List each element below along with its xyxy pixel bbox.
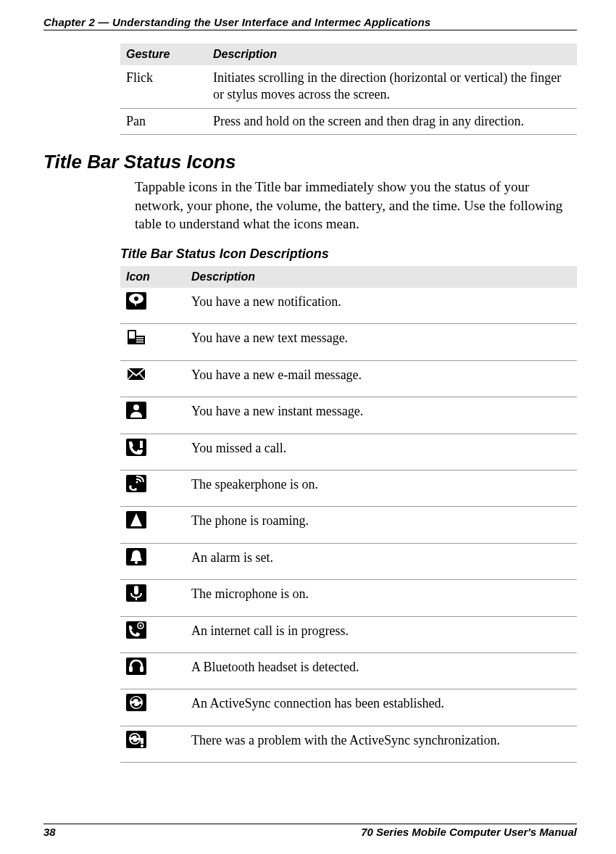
icon-desc: You missed a call. xyxy=(186,434,577,470)
svg-rect-29 xyxy=(140,666,143,672)
icon-header-col1: Icon xyxy=(120,266,186,288)
table-row: The speakerphone is on. xyxy=(120,470,577,507)
svg-rect-14 xyxy=(140,441,143,448)
page-number: 38 xyxy=(43,826,56,838)
bluetooth-headset-icon xyxy=(120,653,186,689)
table-row: The phone is roaming. xyxy=(120,507,577,543)
table-row: You have a new text message. xyxy=(120,324,577,360)
svg-point-3 xyxy=(134,297,138,301)
icon-desc: The microphone is on. xyxy=(186,580,577,616)
svg-point-12 xyxy=(133,405,139,410)
svg-point-21 xyxy=(135,561,138,564)
notification-icon xyxy=(120,288,186,324)
table-row: An internet call is in progress. xyxy=(120,616,577,652)
svg-point-39 xyxy=(141,745,143,747)
table-row: You have a new instant message. xyxy=(120,397,577,434)
microphone-icon xyxy=(120,580,186,616)
table-row: Pan Press and hold on the screen and the… xyxy=(120,108,577,134)
internet-call-icon xyxy=(120,616,186,652)
icon-table: Icon Description You have a new notifica… xyxy=(120,266,577,763)
activesync-error-icon xyxy=(120,726,186,762)
svg-rect-7 xyxy=(136,337,143,339)
gesture-table: Gesture Description Flick Initiates scro… xyxy=(120,43,577,135)
gesture-name: Flick xyxy=(120,65,207,108)
icon-desc: You have a new notification. xyxy=(186,288,577,324)
svg-point-15 xyxy=(140,449,143,452)
svg-rect-8 xyxy=(136,339,143,341)
svg-rect-28 xyxy=(129,666,133,672)
icon-desc: The speakerphone is on. xyxy=(186,470,577,507)
icon-desc: A Bluetooth headset is detected. xyxy=(186,653,577,689)
alarm-icon xyxy=(120,543,186,579)
icon-desc: You have a new text message. xyxy=(186,324,577,360)
icon-desc: You have a new instant message. xyxy=(186,397,577,434)
table-row: You have a new e-mail message. xyxy=(120,360,577,397)
icon-header-col2: Description xyxy=(186,266,577,288)
icon-desc: An internet call is in progress. xyxy=(186,616,577,652)
gesture-desc: Initiates scrolling in the direction (ho… xyxy=(207,65,577,108)
gesture-header-col1: Gesture xyxy=(120,43,207,65)
table-row: There was a problem with the ActiveSync … xyxy=(120,726,577,762)
icon-desc: The phone is roaming. xyxy=(186,507,577,543)
instant-message-icon xyxy=(120,397,186,434)
table-row: An ActiveSync connection has been establ… xyxy=(120,689,577,726)
svg-rect-5 xyxy=(129,331,135,339)
page-footer: 38 70 Series Mobile Computer User's Manu… xyxy=(43,824,577,838)
section-title: Title Bar Status Icons xyxy=(43,151,577,173)
gesture-header-col2: Description xyxy=(207,43,577,65)
roaming-icon xyxy=(120,507,186,543)
table-row: Flick Initiates scrolling in the directi… xyxy=(120,65,577,108)
email-icon xyxy=(120,360,186,397)
missed-call-icon xyxy=(120,434,186,470)
svg-rect-38 xyxy=(141,738,143,744)
svg-point-26 xyxy=(140,624,142,626)
icon-desc: You have a new e-mail message. xyxy=(186,360,577,397)
table-row: The microphone is on. xyxy=(120,580,577,616)
chapter-header: Chapter 2 — Understanding the User Inter… xyxy=(43,16,577,30)
manual-title: 70 Series Mobile Computer User's Manual xyxy=(361,826,577,838)
speakerphone-icon xyxy=(120,470,186,507)
svg-rect-23 xyxy=(134,586,138,594)
subsection-title: Title Bar Status Icon Descriptions xyxy=(120,246,577,262)
table-row: A Bluetooth headset is detected. xyxy=(120,653,577,689)
icon-desc: An alarm is set. xyxy=(186,543,577,579)
gesture-name: Pan xyxy=(120,108,207,134)
svg-rect-9 xyxy=(136,341,143,343)
svg-point-17 xyxy=(136,481,138,484)
icon-desc: There was a problem with the ActiveSync … xyxy=(186,726,577,762)
text-message-icon xyxy=(120,324,186,360)
section-body: Tappable icons in the Title bar immediat… xyxy=(135,178,577,233)
activesync-icon xyxy=(120,689,186,726)
icon-desc: An ActiveSync connection has been establ… xyxy=(186,689,577,726)
table-row: An alarm is set. xyxy=(120,543,577,579)
gesture-desc: Press and hold on the screen and then dr… xyxy=(207,108,577,134)
table-row: You missed a call. xyxy=(120,434,577,470)
table-row: You have a new notification. xyxy=(120,288,577,324)
